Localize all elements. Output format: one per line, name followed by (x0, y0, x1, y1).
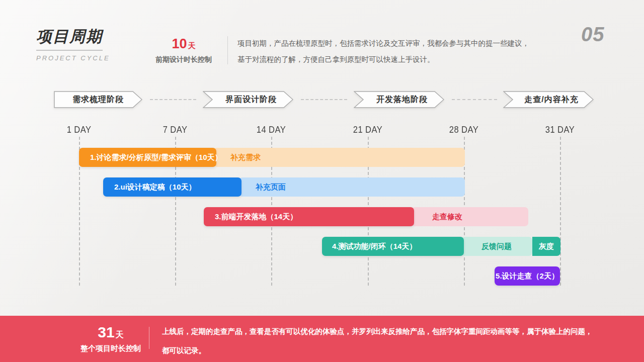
task1-extension-bar: 补充需求 (213, 148, 465, 167)
phase-development: 开发落地阶段 (354, 91, 444, 108)
design-duration-stat: 10天 前期设计时长控制 (150, 36, 217, 64)
task4-bar: 4.测试功能/闭环（14天） (322, 237, 464, 256)
axis-tick-day-28: 28 DAY (438, 124, 490, 135)
phase-label: 走查/内容补充 (518, 95, 578, 105)
footer-description-line1: 上线后，定期的走查产品，查看是否有可以优化的体验点，并罗列出来反推给产品，包括字… (162, 327, 593, 335)
design-duration-value: 10天 (150, 36, 217, 52)
axis-tick-day-1: 1 DAY (53, 124, 105, 135)
page-subtitle: PROJECT CYCLE (36, 54, 110, 62)
task3-extension-bar: 走查修改 (411, 207, 528, 226)
axis-tick-day-7: 7 DAY (149, 124, 201, 135)
task4-gray-release-label: 灰度 (539, 242, 554, 251)
task4-label: 4.测试功能/闭环（14天） (322, 242, 417, 251)
axis-tick-day-21: 21 DAY (342, 124, 394, 135)
phase-ui-design: 界面设计阶段 (203, 91, 293, 108)
phase-walkthrough: 走查/内容补充 (503, 91, 594, 108)
footer-divider (149, 327, 149, 349)
axis-tick-day-31: 31 DAY (534, 124, 586, 135)
phase-label: 界面设计阶段 (219, 95, 277, 105)
header-description-line1: 项目初期，产品在梳理原型时，包括需求讨论及交互评审，我都会参与其中的提一些建议， (237, 39, 529, 47)
phase-connector (150, 99, 196, 100)
task5-label: 5.设计走查（2天） (496, 272, 559, 281)
task2-extension-label: 补充页面 (238, 183, 286, 192)
task2-extension-bar: 补充页面 (238, 177, 465, 197)
page-number: 05 (581, 23, 605, 46)
task1-bar: 1.讨论需求/分析原型/需求评审（10天） (79, 148, 216, 167)
header-divider (227, 36, 228, 64)
task4-gray-release-bar: 灰度 (532, 237, 560, 256)
footer-description: 上线后，定期的走查产品，查看是否有可以优化的体验点，并罗列出来反推给产品，包括字… (162, 322, 605, 360)
phase-connector (301, 99, 347, 100)
task3-extension-label: 走查修改 (411, 212, 462, 222)
axis-tick-day-14: 14 DAY (245, 124, 297, 135)
phase-requirements: 需求梳理阶段 (54, 91, 142, 108)
phase-connector (452, 99, 497, 100)
task1-label: 1.讨论需求/分析原型/需求评审（10天） (79, 153, 222, 162)
design-duration-label: 前期设计时长控制 (150, 55, 217, 64)
project-cycle-slide: 项目周期 PROJECT CYCLE 10天 前期设计时长控制 项目初期，产品在… (0, 0, 644, 362)
title-underline (36, 50, 103, 51)
phase-label: 需求梳理阶段 (72, 95, 124, 105)
gridline-day-31 (560, 137, 561, 286)
task4-extension-bar: 反馈问题 (461, 237, 532, 256)
footer-description-line2: 都可以记录。 (162, 346, 206, 354)
project-duration-stat: 31天 整个项目时长控制 (70, 324, 151, 353)
task5-bar: 5.设计走查（2天） (495, 266, 560, 286)
task2-bar: 2.ui设计稿定稿（10天） (103, 177, 242, 197)
footer-band: 31天 整个项目时长控制 上线后，定期的走查产品，查看是否有可以优化的体验点，并… (0, 316, 644, 362)
header-description-line2: 基于对流程的了解，方便自己拿到原型时可以快速上手设计。 (237, 55, 435, 63)
task3-bar: 3.前端开发落地（14天） (204, 207, 414, 226)
header-description: 项目初期，产品在梳理原型时，包括需求讨论及交互评审，我都会参与其中的提一些建议，… (237, 35, 529, 67)
project-duration-value: 31天 (70, 324, 151, 341)
page-title: 项目周期 (36, 26, 103, 47)
project-duration-label: 整个项目时长控制 (70, 344, 151, 353)
task4-extension-label: 反馈问题 (481, 242, 512, 251)
task3-label: 3.前端开发落地（14天） (204, 212, 297, 222)
phase-label: 开发落地阶段 (370, 95, 428, 105)
task2-label: 2.ui设计稿定稿（10天） (103, 183, 196, 192)
